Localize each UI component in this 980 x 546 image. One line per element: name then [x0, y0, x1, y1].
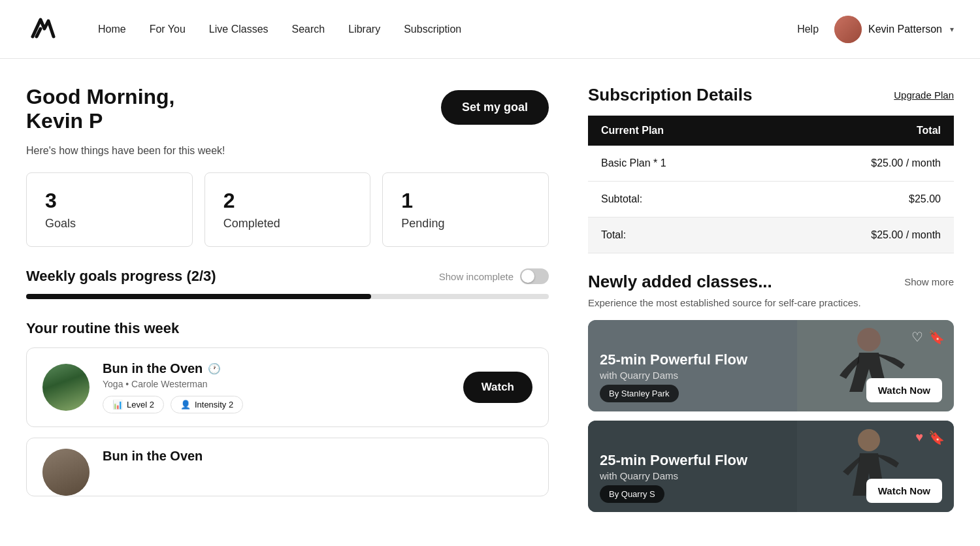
nav-for-you[interactable]: For You	[150, 24, 186, 35]
class-card-content-2: 25-min Powerful Flow with Quarry Dams By…	[588, 443, 954, 512]
class-by-1: By Stanley Park	[600, 385, 679, 402]
toggle-label: Show incomplete	[439, 271, 514, 282]
routine-info-2: Bun in the Oven	[103, 449, 532, 466]
main-nav: Home For You Live Classes Search Library…	[98, 24, 797, 35]
routine-name-1: Bun in the Oven 🕐	[103, 361, 450, 376]
routine-tags-1: 📊 Level 2 👤 Intensity 2	[103, 396, 450, 413]
routine-thumbnail-2	[42, 449, 90, 496]
greeting-row: Good Morning, Kevin P Here's how things …	[26, 85, 549, 157]
newly-added-header: Newly added classes... Show more	[588, 272, 954, 292]
navbar-right: Help Kevin Patterson ▾	[797, 16, 954, 43]
upgrade-plan-link[interactable]: Upgrade Plan	[894, 89, 954, 101]
logo[interactable]	[26, 12, 59, 47]
nav-library[interactable]: Library	[348, 24, 380, 35]
subtotal-label: Subtotal:	[588, 182, 766, 217]
total-value: $25.00 / month	[766, 217, 954, 253]
table-row: Total: $25.00 / month	[588, 217, 954, 253]
col-total: Total	[766, 116, 954, 146]
subtitle: Here's how things have been for this wee…	[26, 145, 225, 157]
navbar: Home For You Live Classes Search Library…	[0, 0, 980, 59]
routine-info-1: Bun in the Oven 🕐 Yoga • Carole Westerma…	[103, 361, 450, 413]
right-column: Subscription Details Upgrade Plan Curren…	[588, 85, 954, 521]
newly-added-subtitle: Experience the most established source f…	[588, 297, 954, 308]
nav-search[interactable]: Search	[292, 24, 325, 35]
tag-level: 📊 Level 2	[103, 396, 164, 413]
show-more-link[interactable]: Show more	[904, 276, 954, 287]
user-menu[interactable]: Kevin Patterson ▾	[834, 16, 954, 43]
nav-subscription[interactable]: Subscription	[404, 24, 461, 35]
progress-bar-bg	[26, 294, 549, 299]
subscription-table: Current Plan Total Basic Plan * 1 $25.00…	[588, 116, 954, 253]
plan-total: $25.00 / month	[766, 146, 954, 182]
subtotal-value: $25.00	[766, 182, 954, 217]
class-info-2: 25-min Powerful Flow with Quarry Dams By…	[600, 452, 747, 503]
show-incomplete-toggle[interactable]	[520, 268, 549, 284]
greeting-line1: Good Morning, Kevin P	[26, 85, 225, 133]
routine-meta-1: Yoga • Carole Westerman	[103, 379, 450, 389]
watch-button-1[interactable]: Watch	[463, 372, 532, 403]
routine-thumbnail-1	[42, 364, 90, 411]
watch-now-button-2[interactable]: Watch Now	[866, 479, 942, 503]
routine-title: Your routine this week	[26, 320, 549, 337]
class-subtitle-1: with Quarry Dams	[600, 370, 747, 381]
total-label: Total:	[588, 217, 766, 253]
stat-completed: 2 Completed	[204, 172, 371, 247]
stats-row: 3 Goals 2 Completed 1 Pending	[26, 172, 549, 247]
class-title-1: 25-min Powerful Flow	[600, 351, 747, 368]
set-goal-button[interactable]: Set my goal	[441, 90, 549, 125]
bar-chart-icon: 📊	[112, 400, 123, 410]
tag-intensity: 👤 Intensity 2	[171, 396, 243, 413]
greeting-text: Good Morning, Kevin P Here's how things …	[26, 85, 225, 157]
stat-goals: 3 Goals	[26, 172, 193, 247]
stat-pending-number: 1	[401, 189, 530, 213]
help-link[interactable]: Help	[797, 24, 819, 35]
routine-name-2: Bun in the Oven	[103, 449, 532, 464]
main-layout: Good Morning, Kevin P Here's how things …	[0, 59, 980, 521]
class-info-1: 25-min Powerful Flow with Quarry Dams By…	[600, 351, 747, 402]
user-name-label: Kevin Patterson	[868, 24, 942, 35]
progress-header: Weekly goals progress (2/3) Show incompl…	[26, 268, 549, 285]
class-card-1: ♡ 🔖 25-min Powerful Flow with Quarry Dam…	[588, 320, 954, 411]
table-row: Basic Plan * 1 $25.00 / month	[588, 146, 954, 182]
class-card-content-1: 25-min Powerful Flow with Quarry Dams By…	[588, 342, 954, 411]
toggle-container: Show incomplete	[439, 268, 549, 284]
left-column: Good Morning, Kevin P Here's how things …	[26, 85, 549, 521]
class-card-2: ♥ 🔖 25-min Powerful Flow with Quarry Dam…	[588, 421, 954, 512]
progress-title: Weekly goals progress (2/3)	[26, 268, 216, 285]
nav-live-classes[interactable]: Live Classes	[209, 24, 269, 35]
table-row: Subtotal: $25.00	[588, 182, 954, 217]
nav-home[interactable]: Home	[98, 24, 126, 35]
progress-bar-fill	[26, 294, 371, 299]
routine-card-1: Bun in the Oven 🕐 Yoga • Carole Westerma…	[26, 347, 549, 427]
class-subtitle-2: with Quarry Dams	[600, 470, 747, 481]
avatar	[834, 16, 862, 43]
newly-added-title: Newly added classes...	[588, 272, 772, 292]
intensity-icon: 👤	[180, 400, 191, 410]
plan-name: Basic Plan * 1	[588, 146, 766, 182]
stat-pending-label: Pending	[401, 217, 444, 230]
stat-completed-number: 2	[223, 189, 352, 213]
chevron-down-icon: ▾	[950, 25, 954, 34]
subscription-title: Subscription Details	[588, 85, 752, 105]
subscription-header: Subscription Details Upgrade Plan	[588, 85, 954, 105]
clock-icon: 🕐	[208, 362, 221, 375]
stat-pending: 1 Pending	[382, 172, 549, 247]
class-title-2: 25-min Powerful Flow	[600, 452, 747, 469]
stat-completed-label: Completed	[223, 217, 280, 230]
stat-goals-number: 3	[45, 189, 174, 213]
col-plan: Current Plan	[588, 116, 766, 146]
stat-goals-label: Goals	[45, 217, 76, 230]
watch-now-button-1[interactable]: Watch Now	[866, 378, 942, 402]
class-by-2: By Quarry S	[600, 485, 664, 503]
toggle-knob	[521, 270, 534, 283]
routine-card-2: Bun in the Oven	[26, 438, 549, 496]
